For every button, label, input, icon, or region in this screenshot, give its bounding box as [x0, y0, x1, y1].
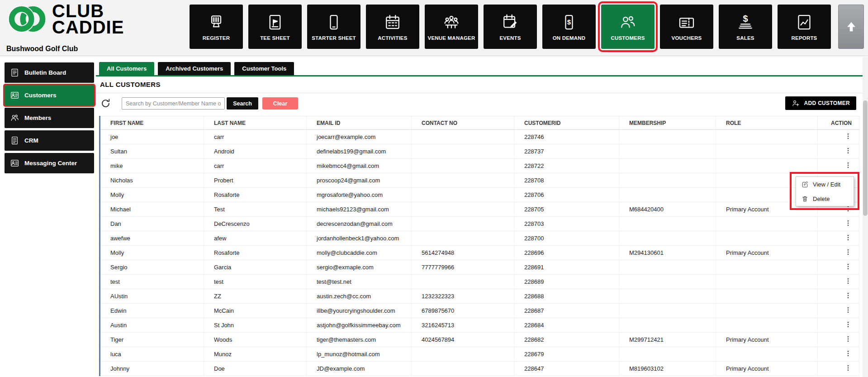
add-customer-button[interactable]: ADD CUSTOMER: [785, 96, 856, 110]
kebab-menu-icon[interactable]: [844, 350, 852, 357]
sidebar-item-messaging-center[interactable]: Messaging Center: [5, 153, 94, 173]
kebab-menu-icon[interactable]: [844, 364, 852, 372]
kebab-menu-icon[interactable]: [844, 147, 852, 154]
cell-role: [716, 130, 818, 144]
events-calendar-icon: [501, 13, 519, 31]
tab-customer-tools[interactable]: Customer Tools: [234, 62, 294, 75]
cell-first-name: joe: [100, 130, 204, 144]
toolbar-button-label: VOUCHERS: [670, 35, 703, 41]
sidebar-item-bulletin-board[interactable]: Bulletin Board: [5, 62, 94, 83]
scrollbar-thumb[interactable]: [863, 100, 868, 216]
club-name: Bushwood Golf Club: [6, 45, 78, 53]
table-row: MollyRosafortemgrosaforte@yahoo.com22870…: [100, 188, 859, 202]
cell-first-name: luca: [100, 347, 204, 362]
cell-membership: [619, 260, 716, 275]
cell-customerid: 228688: [514, 289, 619, 304]
sidebar-item-crm[interactable]: CRM: [5, 130, 94, 151]
kebab-menu-icon[interactable]: [844, 306, 852, 314]
cell-contact-no: 6789875670: [412, 304, 514, 318]
cell-membership: [619, 231, 716, 246]
table-body: joecarrjoecarr@example.com228746SultanAn…: [100, 130, 859, 376]
cell-customerid: 228700: [514, 231, 619, 246]
cell-email-id: jordanhollenbeck1@yahoo.com: [307, 231, 412, 246]
cell-customerid: 228684: [514, 318, 619, 333]
search-input[interactable]: [122, 97, 225, 110]
kebab-menu-icon[interactable]: [844, 263, 852, 270]
sidebar-item-label: Messaging Center: [24, 160, 77, 167]
table-row: TigerWoodstiger@themasters.com4024567894…: [100, 333, 859, 347]
members-group-icon: [10, 113, 19, 123]
tab-archived-customers[interactable]: Archived Customers: [158, 62, 231, 75]
table-row: DanDeCrescenzodecrescenzodan@gmail.com22…: [100, 217, 859, 231]
table-row: lucaMunozlp_munoz@hotmail.com228679: [100, 347, 859, 362]
sidebar-item-customers[interactable]: Customers: [5, 85, 94, 105]
kebab-menu-icon[interactable]: [844, 335, 852, 343]
toolbar-button-activities[interactable]: ACTIVITIES: [366, 5, 419, 49]
starter-sheet-icon: [325, 13, 343, 31]
toolbar-button-tee-sheet[interactable]: TEE SHEET: [248, 5, 302, 49]
cell-membership: [619, 144, 716, 159]
column-header-customerid: CUSTOMERID: [514, 116, 619, 130]
kebab-menu-icon[interactable]: [844, 277, 852, 285]
toolbar-button-label: TEE SHEET: [259, 35, 291, 41]
sidebar-item-members[interactable]: Members: [5, 108, 94, 128]
table-row: JohnnyDoeJD@example.com228647M819603102P…: [100, 362, 859, 376]
cell-customerid: 228708: [514, 173, 619, 188]
sidebar-item-label: CRM: [24, 137, 38, 144]
toolbar-button-on-demand[interactable]: $ON DEMAND: [542, 5, 596, 49]
context-menu-item-delete[interactable]: Delete: [796, 191, 854, 206]
cell-last-name: McCain: [204, 304, 307, 318]
vertical-scrollbar[interactable]: [863, 57, 868, 377]
clear-button[interactable]: Clear: [262, 97, 298, 110]
toolbar-button-venue-manager[interactable]: VENUE MANAGER: [425, 5, 478, 49]
toolbar-button-label: STARTER SHEET: [310, 35, 357, 41]
refresh-icon[interactable]: [100, 98, 111, 109]
cell-last-name: St John: [204, 318, 307, 333]
cell-email-id: tiger@themasters.com: [307, 333, 412, 347]
kebab-menu-icon[interactable]: [844, 234, 852, 241]
cell-role: [716, 260, 818, 275]
toolbar-button-register[interactable]: REGISTER: [190, 5, 243, 49]
cell-contact-no: [412, 275, 514, 289]
toolbar-button-vouchers[interactable]: VOUCHERS: [660, 5, 713, 49]
context-menu-item-label: Delete: [813, 196, 830, 202]
cell-contact-no: [412, 173, 514, 188]
row-action-cell: [818, 159, 859, 173]
toolbar-button-sales[interactable]: $SALES: [719, 5, 772, 49]
controls-bar: Search Clear ADD CUSTOMER: [96, 96, 868, 113]
toolbar-button-reports[interactable]: REPORTS: [778, 5, 831, 49]
svg-text:$: $: [743, 14, 748, 24]
collapse-toolbar-button[interactable]: [838, 5, 864, 49]
search-button[interactable]: Search: [227, 97, 258, 110]
kebab-menu-icon[interactable]: [844, 220, 852, 227]
column-header-action: ACTION: [818, 116, 859, 130]
kebab-menu-icon[interactable]: [844, 248, 852, 256]
cell-membership: M819603102: [619, 362, 716, 376]
cell-email-id: joecarr@example.com: [307, 130, 412, 144]
toolbar-button-starter-sheet[interactable]: STARTER SHEET: [307, 5, 360, 49]
cell-contact-no: [412, 130, 514, 144]
row-action-cell: [818, 246, 859, 260]
brand-logo: CLUB CADDIE: [5, 3, 124, 35]
sidebar-item-label: Customers: [24, 92, 57, 99]
kebab-menu-icon[interactable]: [844, 321, 852, 328]
cell-first-name: mike: [100, 159, 204, 173]
tab-all-customers[interactable]: All Customers: [99, 62, 154, 75]
cell-last-name: DeCrescenzo: [204, 217, 307, 231]
row-action-cell: [818, 275, 859, 289]
kebab-menu-icon[interactable]: [844, 162, 852, 169]
table-row: MichaelTestmichaels92123@gmail.com228705…: [100, 202, 859, 217]
toolbar-button-events[interactable]: EVENTS: [484, 5, 537, 49]
kebab-menu-icon[interactable]: [844, 133, 852, 140]
cell-customerid: 228696: [514, 246, 619, 260]
cell-customerid: 228746: [514, 130, 619, 144]
context-menu-item-view-edit[interactable]: View / Edit: [796, 177, 854, 191]
sidebar: Bulletin BoardCustomersMembersCRMMessagi…: [0, 57, 96, 377]
cell-customerid: 228679: [514, 347, 619, 362]
cell-customerid: 228689: [514, 275, 619, 289]
kebab-menu-icon[interactable]: [844, 292, 852, 299]
column-header-membership: MEMBERSHIP: [619, 116, 716, 130]
cell-last-name: afew: [204, 231, 307, 246]
toolbar-button-customers[interactable]: CUSTOMERS: [601, 5, 655, 49]
cell-email-id: molly@clubcaddie.com: [307, 246, 412, 260]
